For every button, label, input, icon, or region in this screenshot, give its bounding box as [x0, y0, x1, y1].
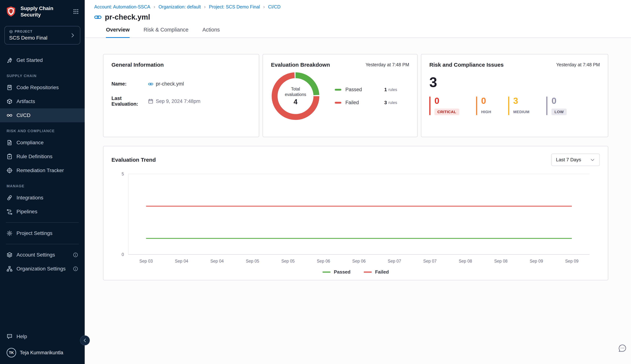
- last-evaluation-row: Last Evaluation: Sep 9, 2024 7:48pm: [111, 96, 251, 107]
- sidebar-item-organization-settings[interactable]: Organization Settings: [0, 262, 85, 276]
- svg-text:Sep 06: Sep 06: [317, 259, 330, 264]
- sidebar-item-get-started[interactable]: Get Started: [0, 53, 85, 67]
- svg-text:Sep 09: Sep 09: [565, 259, 579, 264]
- trend-title: Evaluation Trend: [111, 157, 156, 163]
- sidebar-collapse-button[interactable]: [80, 336, 90, 345]
- content: General Information Name: pr-check.yml L…: [85, 38, 631, 364]
- info-icon: [73, 252, 78, 258]
- donut-center: Total evaluations 4: [272, 72, 319, 120]
- project-meta: PROJECT SCS Demo Final: [9, 30, 70, 41]
- project-selector[interactable]: PROJECT SCS Demo Final: [5, 26, 80, 44]
- trend-legend-label: Passed: [334, 269, 350, 275]
- sidebar-item-help[interactable]: Help: [0, 330, 85, 344]
- breadcrumb-link[interactable]: Project: SCS Demo Final: [209, 4, 260, 10]
- severity-bar: [508, 96, 509, 115]
- donut-total-value: 4: [294, 98, 297, 106]
- breakdown-body: Total evaluations 4 Passed1rulesFailed3r…: [271, 72, 409, 120]
- svg-text:Sep 06: Sep 06: [352, 259, 366, 264]
- avatar: TK: [7, 348, 16, 358]
- breadcrumb: Account: Automation-SSCA›Organization: d…: [94, 4, 631, 10]
- donut-center-label: Total evaluations: [282, 86, 309, 98]
- severity-count: 0: [551, 96, 556, 105]
- sidebar-item-code-repositories[interactable]: Code Repositories: [0, 80, 85, 94]
- last-evaluation-label: Last Evaluation:: [111, 96, 148, 107]
- divider: [6, 244, 79, 244]
- sidebar-sections: SUPPLY CHAINCode RepositoriesArtifactsCI…: [0, 67, 85, 218]
- svg-text:Sep 07: Sep 07: [423, 259, 437, 264]
- tab-risk-compliance[interactable]: Risk & Compliance: [143, 27, 188, 38]
- app-root: Supply Chain Security PROJECT SCS Demo F…: [0, 0, 631, 364]
- card-title: Risk and Compliance Issues: [429, 62, 504, 68]
- breadcrumb-separator-icon: ›: [263, 4, 265, 10]
- card-title: Evaluation Breakdown: [271, 62, 330, 68]
- sidebar-item-integrations[interactable]: Integrations: [0, 191, 85, 205]
- tab-overview[interactable]: Overview: [106, 27, 130, 38]
- sidebar-item-remediation-tracker[interactable]: Remediation Tracker: [0, 164, 85, 178]
- sidebar-item-label: Remediation Tracker: [17, 168, 64, 173]
- divider: [6, 222, 79, 223]
- trend-legend-failed: Failed: [364, 269, 389, 275]
- org-icon: [7, 266, 13, 272]
- general-information-card: General Information Name: pr-check.yml L…: [103, 54, 259, 137]
- sidebar-item-label: CI/CD: [17, 113, 31, 118]
- sidebar-item-compliance[interactable]: Compliance: [0, 136, 85, 150]
- sidebar-item-label: Pipelines: [17, 209, 37, 214]
- trend-head: Evaluation Trend Last 7 Days: [111, 154, 600, 166]
- cicd-icon: [7, 112, 13, 118]
- svg-text:Sep 05: Sep 05: [246, 259, 259, 264]
- sidebar-item-label: Compliance: [17, 140, 44, 145]
- severity-count: 3: [513, 96, 518, 105]
- summary-cards-row: General Information Name: pr-check.yml L…: [103, 54, 608, 137]
- support-chat-button[interactable]: [617, 344, 627, 354]
- last-evaluation-value: Sep 9, 2024 7:48pm: [156, 98, 200, 104]
- risk-total-count: 3: [429, 75, 600, 89]
- breadcrumb-link[interactable]: Account: Automation-SSCA: [94, 4, 150, 10]
- legend-dash-icon: [335, 89, 341, 91]
- name-value: pr-check.yml: [156, 81, 184, 87]
- svg-text:0: 0: [122, 252, 124, 257]
- breadcrumb-link[interactable]: CI/CD: [268, 4, 281, 10]
- date-range-select[interactable]: Last 7 Days: [551, 154, 600, 166]
- breakdown-legend: Passed1rulesFailed3rules: [335, 87, 397, 106]
- sidebar-item-rule-definitions[interactable]: Rule Definitions: [0, 150, 85, 164]
- tabs: OverviewRisk & ComplianceActions: [106, 27, 631, 38]
- severity-content: 0CRITICAL: [435, 96, 459, 115]
- severity-bar: [429, 96, 431, 115]
- legend-dash-icon: [335, 102, 341, 104]
- severity-label: MEDIUM: [513, 108, 530, 115]
- sidebar-spacer: [0, 276, 85, 330]
- legend-count: 1: [384, 87, 387, 92]
- gear-icon: [7, 230, 13, 236]
- sidebar-item-label: Organization Settings: [17, 266, 66, 271]
- compliance-icon: [7, 140, 13, 146]
- legend-count: 3: [384, 100, 387, 106]
- last-evaluation-value-wrap: Sep 9, 2024 7:48pm: [148, 98, 200, 104]
- legend-item-failed: Failed3rules: [335, 100, 397, 106]
- sidebar-item-project-settings[interactable]: Project Settings: [0, 226, 85, 240]
- nav-section-label: SUPPLY CHAIN: [0, 67, 85, 80]
- breadcrumb-link[interactable]: Organization: default: [158, 4, 201, 10]
- svg-text:Sep 05: Sep 05: [281, 259, 295, 264]
- svg-text:Sep 09: Sep 09: [530, 259, 543, 264]
- card-head: Risk and Compliance Issues Yesterday at …: [429, 62, 600, 68]
- sidebar-item-account-settings[interactable]: Account Settings: [0, 248, 85, 262]
- svg-text:Sep 03: Sep 03: [139, 259, 153, 264]
- info-icon: [73, 266, 78, 271]
- general-info-rows: Name: pr-check.yml Last Evaluation: Sep …: [111, 81, 251, 107]
- severity-content: 0LOW: [551, 96, 567, 115]
- tab-actions[interactable]: Actions: [202, 27, 220, 38]
- user-menu[interactable]: TK Teja Kummarikuntla: [0, 344, 85, 364]
- name-label: Name:: [111, 81, 148, 87]
- sidebar-item-ci-cd[interactable]: CI/CD: [0, 108, 85, 122]
- severity-medium: 3MEDIUM: [508, 96, 530, 115]
- nav-section-label: MANAGE: [0, 178, 85, 191]
- risk-issues-card: Risk and Compliance Issues Yesterday at …: [421, 54, 608, 137]
- sidebar-item-pipelines[interactable]: Pipelines: [0, 205, 85, 218]
- help-icon: [7, 334, 13, 340]
- sidebar-item-artifacts[interactable]: Artifacts: [0, 94, 85, 108]
- sidebar-item-label: Account Settings: [17, 252, 55, 258]
- user-name: Teja Kummarikuntla: [20, 350, 63, 356]
- grid-icon[interactable]: [73, 8, 79, 14]
- date-range-value: Last 7 Days: [556, 157, 581, 162]
- project-label-row: PROJECT: [9, 30, 70, 34]
